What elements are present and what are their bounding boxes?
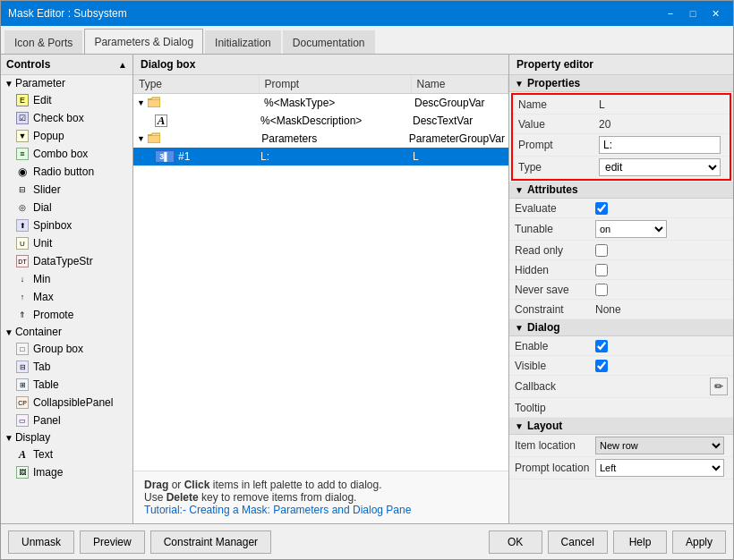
container-collapse-icon: ▼ bbox=[4, 327, 13, 337]
attributes-section-label: Attributes bbox=[527, 183, 578, 196]
bottom-right-buttons: OK Cancel Help Apply bbox=[489, 530, 726, 554]
control-item-image-label: Image bbox=[33, 466, 63, 479]
prop-callback-label: Callback bbox=[515, 380, 595, 393]
ok-button[interactable]: OK bbox=[489, 530, 542, 554]
control-item-edit[interactable]: E Edit bbox=[1, 91, 132, 109]
cell-desctextvar-prompt: %<MaskDescription> bbox=[260, 115, 413, 127]
prop-neversave-checkbox[interactable] bbox=[595, 284, 608, 296]
title-bar: Mask Editor : Subsystem − □ ✕ bbox=[1, 1, 733, 26]
display-collapse-icon: ▼ bbox=[4, 433, 13, 443]
prop-tunable-select[interactable]: on off bbox=[595, 220, 667, 238]
prop-evaluate-row: Evaluate bbox=[509, 199, 733, 218]
prop-neversave-label: Never save bbox=[515, 284, 595, 296]
preview-button[interactable]: Preview bbox=[80, 530, 145, 554]
prop-type-select[interactable]: edit checkbox popup combo radiobutton sl… bbox=[599, 158, 721, 176]
help-button[interactable]: Help bbox=[613, 530, 667, 554]
control-item-promote[interactable]: ⇑ Promote bbox=[1, 306, 132, 324]
attributes-section: ▼ Attributes Evaluate Tunable on off bbox=[509, 182, 733, 319]
control-item-panel[interactable]: ▭ Panel bbox=[1, 412, 132, 429]
prop-evaluate-checkbox[interactable] bbox=[595, 202, 608, 215]
parameter-section-header[interactable]: ▼ Parameter bbox=[1, 75, 132, 91]
control-item-datatypestr[interactable]: DT DataTypeStr bbox=[1, 252, 132, 270]
apply-button[interactable]: Apply bbox=[672, 530, 726, 554]
controls-title: Controls bbox=[6, 58, 50, 71]
slider-icon: ⊟ bbox=[15, 182, 30, 197]
control-item-collapsiblepanel[interactable]: CP CollapsiblePanel bbox=[1, 394, 132, 412]
display-section-header[interactable]: ▼ Display bbox=[1, 429, 132, 445]
tab-documentation[interactable]: Documentation bbox=[283, 30, 375, 54]
text-type-icon: A bbox=[155, 115, 167, 127]
tree-row-descgroupvar[interactable]: ▼ %<MaskType> DescGroupVar bbox=[133, 94, 508, 112]
max-icon: ↑ bbox=[15, 290, 30, 304]
property-scroll[interactable]: ▼ Properties Name L Value 20 Pr bbox=[509, 75, 733, 523]
prop-prompt-location-label: Prompt location bbox=[515, 462, 595, 474]
prop-hidden-checkbox[interactable] bbox=[595, 264, 608, 276]
radiobutton-icon: ◉ bbox=[15, 165, 30, 179]
maximize-button[interactable]: □ bbox=[682, 4, 704, 22]
tree-row-parametergroupvar[interactable]: ▼ Parameters ParameterGroupVar bbox=[133, 130, 508, 148]
control-item-combobox[interactable]: ≡ Combo box bbox=[1, 145, 132, 163]
properties-section-header[interactable]: ▼ Properties bbox=[509, 75, 733, 92]
dialog-section-header[interactable]: ▼ Dialog bbox=[509, 319, 733, 336]
prop-constraint-label: Constraint bbox=[515, 303, 595, 316]
prop-name-row: Name L bbox=[513, 95, 730, 115]
prop-hidden-row: Hidden bbox=[509, 260, 733, 280]
mask-editor-window: Mask Editor : Subsystem − □ ✕ Icon & Por… bbox=[0, 0, 734, 560]
prop-prompt-location-select[interactable]: Left Right Above Hidden bbox=[595, 459, 724, 477]
prop-visible-checkbox[interactable] bbox=[595, 360, 608, 372]
prop-tooltip-row: Tooltip bbox=[509, 398, 733, 418]
tutorial-link[interactable]: Tutorial:- Creating a Mask: Parameters a… bbox=[144, 504, 411, 516]
folder-icon-3 bbox=[148, 132, 160, 146]
tree-row-desctextvar[interactable]: A %<MaskDescription> DescTextVar bbox=[133, 112, 508, 130]
prop-readonly-checkbox[interactable] bbox=[595, 244, 608, 257]
layout-section: ▼ Layout Item location New row Right Pro… bbox=[509, 418, 733, 479]
control-item-popup[interactable]: ▼ Popup bbox=[1, 127, 132, 145]
prop-callback-edit-button[interactable]: ✏ bbox=[710, 378, 728, 395]
control-item-max[interactable]: ↑ Max bbox=[1, 288, 132, 306]
control-item-groupbox[interactable]: □ Group box bbox=[1, 340, 132, 358]
tree-row-L[interactable]: 3▌ #1 L: L bbox=[133, 148, 508, 165]
bottom-left-buttons: Unmask Preview Constraint Manager bbox=[8, 530, 271, 554]
prop-visible-label: Visible bbox=[515, 360, 595, 372]
close-button[interactable]: ✕ bbox=[704, 4, 726, 22]
minimize-button[interactable]: − bbox=[660, 4, 681, 22]
attributes-section-header[interactable]: ▼ Attributes bbox=[509, 182, 733, 199]
control-item-checkbox[interactable]: ☑ Check box bbox=[1, 109, 132, 127]
control-item-unit[interactable]: U Unit bbox=[1, 234, 132, 252]
prop-item-location-select[interactable]: New row Right bbox=[595, 437, 724, 454]
control-item-tab[interactable]: ⊟ Tab bbox=[1, 358, 132, 376]
controls-scroll[interactable]: ▼ Parameter E Edit ☑ Check box ▼ Popup ≡ bbox=[1, 75, 132, 523]
prop-enable-checkbox[interactable] bbox=[595, 340, 608, 352]
tab-icon-ports[interactable]: Icon & Ports bbox=[4, 30, 82, 54]
tab-parameters-dialog[interactable]: Parameters & Dialog bbox=[84, 29, 203, 54]
control-item-slider[interactable]: ⊟ Slider bbox=[1, 181, 132, 199]
layout-section-header[interactable]: ▼ Layout bbox=[509, 418, 733, 435]
control-item-spinbox[interactable]: ⬆ Spinbox bbox=[1, 216, 132, 234]
control-item-radiobutton[interactable]: ◉ Radio button bbox=[1, 163, 132, 181]
property-header: Property editor bbox=[509, 55, 733, 75]
dialog-tree-area[interactable]: ▼ %<MaskType> DescGroupVar A %<MaskDescr… bbox=[133, 94, 508, 471]
prop-readonly-label: Read only bbox=[515, 244, 595, 257]
groupbox-icon: □ bbox=[15, 342, 30, 356]
hint-click-bold: Click bbox=[184, 479, 210, 491]
control-item-table[interactable]: ⊞ Table bbox=[1, 376, 132, 394]
control-item-min[interactable]: ↓ Min bbox=[1, 270, 132, 288]
tab-initialization[interactable]: Initialization bbox=[205, 30, 281, 54]
table-icon: ⊞ bbox=[15, 378, 30, 392]
control-item-checkbox-label: Check box bbox=[33, 112, 84, 124]
control-item-text[interactable]: A Text bbox=[1, 445, 132, 463]
properties-highlighted: Name L Value 20 Prompt Type bbox=[511, 93, 731, 181]
container-section-header[interactable]: ▼ Container bbox=[1, 324, 132, 340]
unit-icon: U bbox=[15, 236, 30, 250]
cell-descgroupvar-name: DescGroupVar bbox=[414, 97, 505, 109]
prop-prompt-input[interactable] bbox=[599, 136, 721, 154]
control-item-image[interactable]: 🖼 Image bbox=[1, 463, 132, 481]
image-icon: 🖼 bbox=[15, 465, 30, 479]
controls-scroll-up[interactable]: ▲ bbox=[118, 60, 127, 70]
control-item-dial[interactable]: ◎ Dial bbox=[1, 199, 132, 216]
prop-neversave-row: Never save bbox=[509, 280, 733, 300]
cancel-button[interactable]: Cancel bbox=[548, 530, 608, 554]
constraint-manager-button[interactable]: Constraint Manager bbox=[150, 530, 271, 554]
unmask-button[interactable]: Unmask bbox=[8, 530, 74, 554]
dialog-table: Type Prompt Name bbox=[133, 75, 508, 94]
